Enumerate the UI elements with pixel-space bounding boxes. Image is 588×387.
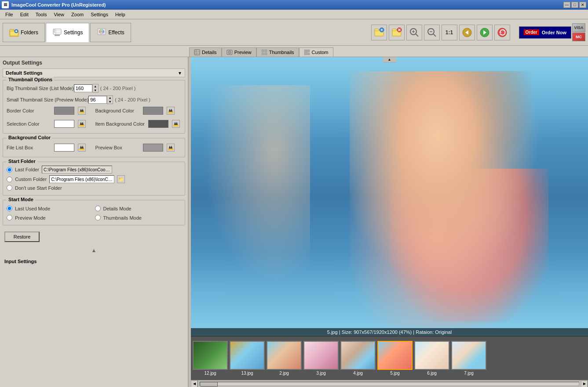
- preview-mode-radio[interactable]: [7, 215, 12, 221]
- small-thumbnail-spinner-buttons[interactable]: ▲ ▼: [107, 95, 113, 104]
- svg-rect-57: [79, 125, 84, 127]
- default-settings-row[interactable]: Default Settings ▼: [3, 69, 185, 77]
- maximize-button[interactable]: □: [571, 2, 578, 8]
- thumb-item-2[interactable]: 2.jpg: [267, 341, 302, 376]
- svg-point-17: [100, 29, 103, 32]
- prev-button[interactable]: [459, 25, 475, 40]
- menu-tools[interactable]: Tools: [32, 11, 51, 18]
- sel-color-pick-icon: [79, 121, 84, 127]
- menu-file[interactable]: File: [2, 11, 17, 18]
- bg-color-pick-button[interactable]: [167, 107, 175, 115]
- view-tab-thumbnails-label: Thumbnails: [269, 50, 294, 55]
- thumbnails-mode-radio[interactable]: [95, 215, 101, 221]
- border-color-box[interactable]: [54, 107, 74, 115]
- horizontal-scrollbar[interactable]: ◀ ▶: [191, 380, 588, 387]
- zoom-out-button[interactable]: [424, 25, 440, 40]
- default-settings-label: Default Settings: [6, 70, 43, 76]
- view-tab-custom[interactable]: Custom: [299, 47, 333, 57]
- scroll-right-button[interactable]: ▶: [581, 380, 588, 387]
- big-thumbnail-input[interactable]: [74, 84, 92, 92]
- next-button[interactable]: [477, 25, 493, 40]
- scroll-thumb[interactable]: [200, 382, 218, 387]
- menu-zoom[interactable]: Zoom: [68, 11, 87, 18]
- custom-folder-path[interactable]: [49, 175, 114, 183]
- order-now-button[interactable]: Order Order Now: [519, 26, 571, 39]
- restore-button[interactable]: Restore: [4, 231, 40, 242]
- big-thumbnail-down[interactable]: ▼: [93, 88, 98, 92]
- menu-edit[interactable]: Edit: [17, 11, 32, 18]
- close-button[interactable]: ✕: [579, 2, 586, 8]
- scroll-track[interactable]: [200, 382, 579, 386]
- border-color-label: Border Color: [7, 108, 51, 113]
- last-folder-radio[interactable]: [7, 167, 12, 173]
- tab-effects-label: Effects: [108, 29, 124, 36]
- small-thumbnail-down[interactable]: ▼: [107, 100, 113, 104]
- refresh-button[interactable]: [494, 25, 510, 40]
- tab-effects[interactable]: Effects: [90, 23, 131, 42]
- view-tab-thumbnails[interactable]: Thumbnails: [256, 47, 299, 57]
- view-tab-preview[interactable]: Preview: [222, 47, 256, 57]
- thumb-item-5[interactable]: 5.jpg: [377, 341, 413, 376]
- start-mode-section: Start Mode Last Used Mode Details Mode P…: [3, 200, 185, 225]
- selection-color-pick-button[interactable]: [78, 120, 86, 128]
- view-tab-details-label: Details: [202, 50, 217, 55]
- no-start-folder-radio[interactable]: [7, 185, 12, 191]
- thumb-img-7: [451, 341, 486, 370]
- small-thumbnail-spinner[interactable]: ▲ ▼: [88, 95, 113, 104]
- thumb-item-3[interactable]: 3.jpg: [303, 341, 339, 376]
- menu-bar: File Edit Tools View Zoom Settings Help: [0, 10, 588, 19]
- thumb-item-6[interactable]: 6.jpg: [414, 341, 449, 376]
- custom-folder-radio[interactable]: [7, 177, 12, 182]
- last-used-mode-radio[interactable]: [7, 206, 12, 211]
- thumb-label-7: 7.jpg: [464, 371, 474, 376]
- top-collapse-button[interactable]: ▲: [383, 57, 396, 62]
- thumb-img-13: [230, 341, 265, 370]
- border-color-pick-button[interactable]: [78, 107, 86, 115]
- thumb-label-3: 3.jpg: [316, 371, 326, 376]
- scroll-left-button[interactable]: ◀: [191, 380, 198, 387]
- file-list-color-pick-button[interactable]: [78, 144, 86, 152]
- thumb-item-7[interactable]: 7.jpg: [451, 341, 486, 376]
- small-thumbnail-row: Small Thumbnail Size (Preview Mode) ▲ ▼ …: [7, 95, 181, 104]
- preview-box-color-pick-button[interactable]: [167, 144, 175, 152]
- minimize-button[interactable]: —: [563, 2, 570, 8]
- thumb-label-2: 2.jpg: [279, 371, 289, 376]
- big-thumbnail-spinner-buttons[interactable]: ▲ ▼: [92, 84, 99, 93]
- small-thumbnail-input[interactable]: [88, 96, 107, 104]
- item-bg-color-box[interactable]: [148, 120, 168, 128]
- app-icon: 🖼: [2, 1, 9, 8]
- preview-image-container: 5.jpg | Size: 907x567/1920x1200 (47%) | …: [191, 57, 588, 336]
- collapse-arrow-icon[interactable]: ▲: [3, 246, 185, 254]
- custom-folder-browse-button[interactable]: 📁: [117, 175, 125, 183]
- big-thumbnail-hint: ( 24 - 200 Pixel ): [100, 86, 136, 91]
- thumb-img-12: [193, 341, 228, 370]
- menu-view[interactable]: View: [50, 11, 68, 18]
- svg-point-47: [229, 52, 230, 53]
- details-mode-radio[interactable]: [95, 206, 101, 211]
- selection-color-box[interactable]: [54, 120, 74, 128]
- tab-settings[interactable]: Settings: [46, 23, 89, 42]
- big-thumbnail-up[interactable]: ▲: [93, 84, 98, 88]
- menu-help[interactable]: Help: [112, 11, 129, 18]
- thumbnail-options-title: Thumbnail Options: [7, 77, 54, 82]
- thumb-item-13[interactable]: 13.jpg: [230, 341, 265, 376]
- view-tab-details[interactable]: Details: [189, 47, 222, 57]
- file-list-color-box[interactable]: [54, 144, 74, 152]
- thumb-item-4[interactable]: 4.jpg: [340, 341, 376, 376]
- actual-size-button[interactable]: 1:1: [442, 25, 457, 40]
- zoom-in-button[interactable]: [406, 25, 422, 40]
- bg-color-box[interactable]: [143, 107, 163, 115]
- big-thumbnail-spinner[interactable]: ▲ ▼: [74, 84, 99, 93]
- menu-settings[interactable]: Settings: [87, 11, 112, 18]
- item-bg-color-pick-button[interactable]: [172, 120, 180, 128]
- thumb-item-12[interactable]: 12.jpg: [193, 341, 228, 376]
- remove-button[interactable]: [389, 25, 405, 40]
- small-thumbnail-up[interactable]: ▲: [107, 96, 113, 100]
- open-folder-button[interactable]: [371, 25, 387, 40]
- start-folder-section: Start Folder Last Folder Custom Folder 📁…: [3, 162, 185, 195]
- preview-box-color[interactable]: [143, 144, 163, 152]
- view-tab-custom-label: Custom: [312, 50, 329, 55]
- effects-icon: [97, 28, 106, 37]
- tab-folders[interactable]: Folders: [3, 23, 45, 42]
- preview-area: 5.jpg | Size: 907x567/1920x1200 (47%) | …: [191, 57, 588, 336]
